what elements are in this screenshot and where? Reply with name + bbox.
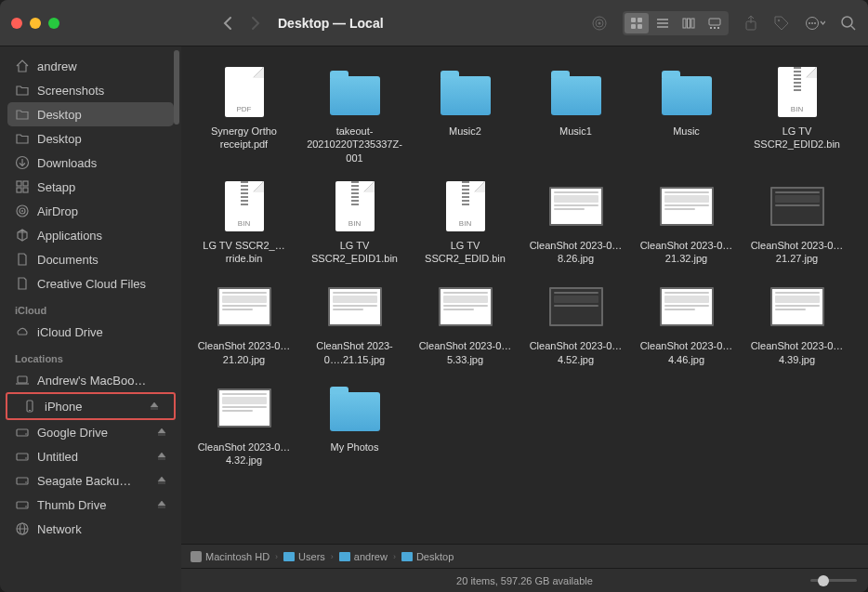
file-item[interactable]: Music2 [410,65,520,164]
airdrop-icon [15,204,30,218]
sidebar-item-untitled[interactable]: Untitled [0,444,181,468]
gallery-view-button[interactable] [703,13,727,33]
sidebar-item-desktop[interactable]: Desktop [7,102,174,126]
path-segment[interactable]: andrew [339,551,388,562]
file-item[interactable]: BINLG TV SSCR2_EDID1.bin [299,179,410,266]
zoom-button[interactable] [48,18,59,29]
file-item[interactable]: CleanShot 2023-0…21.27.jpg [742,179,852,266]
eject-icon[interactable] [157,452,166,461]
sidebar-item-airdrop[interactable]: AirDrop [0,199,181,223]
path-segment[interactable]: Macintosh HD [191,551,270,562]
sidebar-item-label: Creative Cloud Files [37,277,146,291]
svg-rect-43 [17,502,28,508]
sidebar-item-screenshots[interactable]: Screenshots [0,78,181,102]
file-icon [660,280,714,334]
sidebar-item-seagate-backu-[interactable]: Seagate Backu… [0,468,181,493]
file-item[interactable]: CleanShot 2023-0…4.52.jpg [520,280,631,366]
file-item[interactable]: BINLG TV SSCR2_EDID2.bin [742,65,852,164]
file-item[interactable]: takeout-20210220T235337Z-001 [299,65,410,164]
sidebar-item-iphone[interactable]: iPhone [7,394,174,418]
file-item[interactable]: CleanShot 2023-0…4.39.jpg [742,280,852,366]
file-label: Music [673,125,700,138]
file-item[interactable]: CleanShot 2023-0…4.46.jpg [631,280,742,366]
sidebar-item-network[interactable]: Network [0,517,181,541]
file-icon [439,280,493,334]
house-icon [15,59,30,73]
forward-button[interactable] [250,16,261,31]
sidebar-item-desktop[interactable]: Desktop [0,126,181,151]
file-grid[interactable]: PDFSynergy Ortho receipt.pdftakeout-2021… [181,46,868,544]
file-item[interactable]: CleanShot 2023-0…5.33.jpg [410,280,520,366]
sidebar-item-documents[interactable]: Documents [0,247,181,271]
svg-point-42 [25,481,27,483]
path-segment[interactable]: Users [283,551,325,562]
share-icon[interactable] [743,15,758,32]
sidebar-item-downloads[interactable]: Downloads [0,151,181,175]
close-button[interactable] [11,18,22,29]
sidebar-item-google-drive[interactable]: Google Drive [0,420,181,444]
file-label: Music1 [559,125,592,138]
file-item[interactable]: CleanShot 2023-0….21.15.jpg [299,280,410,366]
search-icon[interactable] [840,15,857,32]
file-item[interactable]: BINLG TV SSCR2_EDID.bin [410,179,520,266]
file-item[interactable]: Music1 [520,65,631,164]
sidebar-item-andrew-s-macboo-[interactable]: Andrew's MacBoo… [0,368,181,392]
file-item[interactable]: PDFSynergy Ortho receipt.pdf [189,65,299,164]
sidebar-item-creative-cloud-files[interactable]: Creative Cloud Files [0,271,181,296]
list-view-button[interactable] [651,13,675,33]
file-item[interactable]: My Photos [299,381,410,467]
sidebar-item-setapp[interactable]: Setapp [0,175,181,199]
download-icon [15,155,30,170]
file-label: CleanShot 2023-0…5.33.jpg [415,339,516,366]
file-item[interactable]: CleanShot 2023-0…21.32.jpg [631,179,742,266]
file-item[interactable]: CleanShot 2023-0…21.20.jpg [189,280,299,366]
svg-rect-6 [638,24,642,29]
eject-icon[interactable] [150,401,159,411]
icon-view-button[interactable] [625,13,649,33]
file-label: CleanShot 2023-0…21.32.jpg [637,239,737,266]
eject-icon[interactable] [157,500,166,509]
main-content: PDFSynergy Ortho receipt.pdftakeout-2021… [181,46,868,592]
file-icon [217,381,271,435]
file-item[interactable]: CleanShot 2023-0…4.32.jpg [189,381,299,467]
file-icon [328,280,382,334]
file-label: CleanShot 2023-0…4.46.jpg [637,339,737,366]
folder-icon [15,131,30,146]
laptop-icon [15,373,30,388]
minimize-button[interactable] [30,18,41,29]
file-icon [770,280,824,334]
disk-icon [15,497,30,512]
sidebar-item-label: Seagate Backu… [37,474,131,488]
sidebar-item-applications[interactable]: Applications [0,223,181,247]
column-view-button[interactable] [677,13,701,33]
eject-icon[interactable] [157,428,166,437]
sidebar-item-label: Screenshots [37,84,104,98]
doc-icon [15,276,30,291]
file-icon [549,65,603,119]
action-menu-button[interactable] [805,16,825,31]
sidebar-item-andrew[interactable]: andrew [0,54,181,78]
svg-rect-28 [17,188,21,192]
sidebar-item-thumb-drive[interactable]: Thumb Drive [0,493,181,517]
zoom-slider[interactable] [810,579,857,582]
back-button[interactable] [222,16,233,31]
disk-icon [15,449,30,464]
file-item[interactable]: BINLG TV SSCR2_…rride.bin [189,179,299,266]
eject-icon[interactable] [157,476,166,485]
file-label: takeout-20210220T235337Z-001 [305,125,405,164]
file-item[interactable]: Music [631,65,742,164]
file-icon [770,179,824,233]
tag-icon[interactable] [773,15,790,32]
folder-icon [283,552,295,561]
sidebar-item-icloud-drive[interactable]: iCloud Drive [0,320,181,344]
traffic-lights [11,18,59,29]
airplay-icon[interactable] [591,15,608,32]
file-item[interactable]: CleanShot 2023-0…8.26.jpg [520,179,631,266]
sidebar-item-label: AirDrop [37,204,78,218]
path-segment[interactable]: Desktop [401,551,454,562]
file-label: LG TV SSCR2_EDID2.bin [747,125,848,151]
svg-rect-26 [17,181,21,186]
svg-rect-29 [23,188,28,192]
svg-point-2 [598,21,601,24]
pathbar: Macintosh HD›Users›andrew›Desktop [181,544,868,568]
